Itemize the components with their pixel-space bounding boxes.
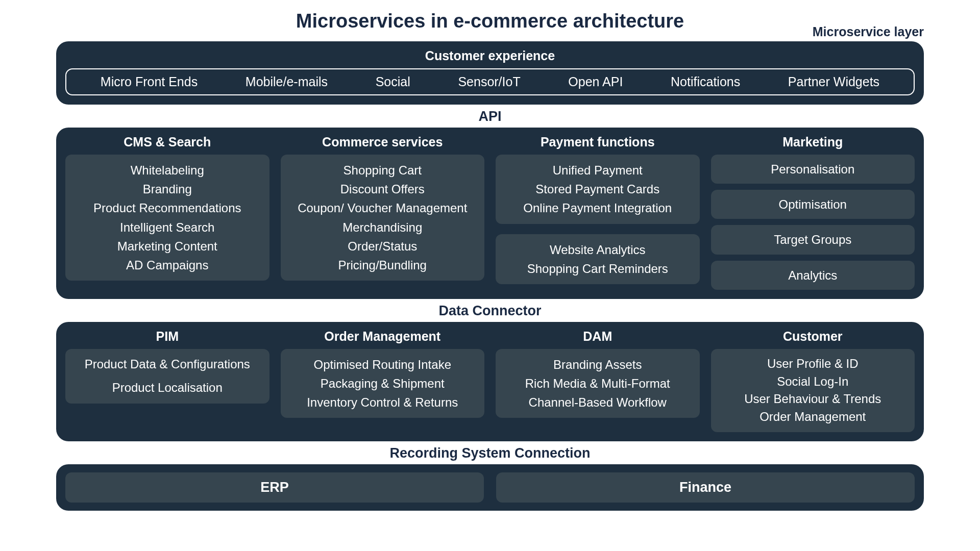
list-item: Online Payment Integration bbox=[500, 198, 696, 217]
list-item: Coupon/ Voucher Management bbox=[285, 198, 481, 217]
marketing-title: Marketing bbox=[711, 135, 915, 149]
list-item: Product Localisation bbox=[69, 380, 265, 396]
commerce-services-column: Commerce services Shopping Cart Discount… bbox=[281, 135, 485, 290]
data-connector-columns: PIM Product Data & Configurations Produc… bbox=[65, 329, 915, 432]
list-item: Packaging & Shipment bbox=[285, 374, 481, 393]
list-item: Unified Payment bbox=[500, 161, 696, 180]
cx-item: Social bbox=[376, 74, 410, 89]
marketing-item: Target Groups bbox=[711, 225, 915, 254]
list-item: Product Data & Configurations bbox=[69, 356, 265, 372]
customer-column: Customer User Profile & ID Social Log-In… bbox=[711, 329, 915, 432]
order-management-card: Optimised Routing Intake Packaging & Shi… bbox=[281, 349, 485, 418]
customer-experience-heading: Customer experience bbox=[65, 48, 915, 63]
list-item: Optimised Routing Intake bbox=[285, 355, 481, 374]
pim-card: Product Data & Configurations Product Lo… bbox=[65, 349, 270, 404]
list-item: Branding Assets bbox=[500, 355, 696, 374]
finance-card: Finance bbox=[496, 472, 915, 503]
customer-card: User Profile & ID Social Log-In User Beh… bbox=[711, 349, 915, 432]
diagram-title: Microservices in e-commerce architecture bbox=[296, 10, 684, 32]
list-item: AD Campaigns bbox=[69, 256, 265, 274]
list-item: Order Management bbox=[715, 408, 911, 426]
order-management-column: Order Management Optimised Routing Intak… bbox=[281, 329, 485, 432]
dam-title: DAM bbox=[496, 329, 700, 344]
cms-search-title: CMS & Search bbox=[65, 135, 270, 149]
layer-label: Microservice layer bbox=[813, 24, 924, 39]
list-item: Whitelabeling bbox=[69, 161, 265, 180]
cx-item: Open API bbox=[568, 74, 623, 89]
recording-system-panel: ERP Finance bbox=[56, 464, 924, 511]
api-heading: API bbox=[56, 109, 924, 124]
list-item: Branding bbox=[69, 180, 265, 198]
customer-title: Customer bbox=[711, 329, 915, 344]
list-item: Pricing/Bundling bbox=[285, 256, 481, 274]
cx-item: Sensor/IoT bbox=[458, 74, 520, 89]
list-item: Channel-Based Workflow bbox=[500, 393, 696, 412]
cms-search-card: Whitelabeling Branding Product Recommend… bbox=[65, 155, 270, 281]
commerce-services-card: Shopping Cart Discount Offers Coupon/ Vo… bbox=[281, 155, 485, 281]
list-item: Intelligent Search bbox=[69, 218, 265, 237]
marketing-item: Analytics bbox=[711, 261, 915, 290]
header-row: Microservices in e-commerce architecture… bbox=[56, 10, 924, 32]
customer-experience-panel: Customer experience Micro Front Ends Mob… bbox=[56, 41, 924, 105]
list-item: User Profile & ID bbox=[715, 355, 911, 373]
marketing-item: Personalisation bbox=[711, 155, 915, 184]
list-item: Product Recommendations bbox=[69, 198, 265, 217]
payment-functions-title: Payment functions bbox=[496, 135, 700, 149]
data-connector-heading: Data Connector bbox=[56, 303, 924, 319]
cx-item: Micro Front Ends bbox=[101, 74, 198, 89]
api-panel: CMS & Search Whitelabeling Branding Prod… bbox=[56, 128, 924, 299]
cms-search-column: CMS & Search Whitelabeling Branding Prod… bbox=[65, 135, 270, 290]
marketing-item: Optimisation bbox=[711, 190, 915, 219]
list-item: Merchandising bbox=[285, 218, 481, 237]
cx-item: Partner Widgets bbox=[788, 74, 879, 89]
marketing-column: Marketing Personalisation Optimisation T… bbox=[711, 135, 915, 290]
cx-item: Notifications bbox=[671, 74, 740, 89]
list-item: Shopping Cart bbox=[285, 161, 481, 180]
dam-card: Branding Assets Rich Media & Multi-Forma… bbox=[496, 349, 700, 418]
api-columns: CMS & Search Whitelabeling Branding Prod… bbox=[65, 135, 915, 290]
pim-column: PIM Product Data & Configurations Produc… bbox=[65, 329, 270, 432]
payment-card-2: Website Analytics Shopping Cart Reminder… bbox=[496, 234, 700, 284]
customer-experience-row: Micro Front Ends Mobile/e-mails Social S… bbox=[65, 68, 915, 95]
list-item: Inventory Control & Returns bbox=[285, 393, 481, 412]
list-item: User Behaviour & Trends bbox=[715, 390, 911, 408]
cx-item: Mobile/e-mails bbox=[246, 74, 328, 89]
list-item: Stored Payment Cards bbox=[500, 180, 696, 198]
list-item: Rich Media & Multi-Format bbox=[500, 374, 696, 393]
recording-system-row: ERP Finance bbox=[65, 472, 915, 503]
list-item: Discount Offers bbox=[285, 180, 481, 198]
payment-functions-column: Payment functions Unified Payment Stored… bbox=[496, 135, 700, 290]
list-item: Marketing Content bbox=[69, 237, 265, 256]
pim-title: PIM bbox=[65, 329, 270, 344]
commerce-services-title: Commerce services bbox=[281, 135, 485, 149]
list-item: Order/Status bbox=[285, 237, 481, 256]
order-management-title: Order Management bbox=[281, 329, 485, 344]
list-item: Shopping Cart Reminders bbox=[500, 259, 696, 278]
recording-system-heading: Recording System Connection bbox=[56, 445, 924, 461]
payment-card-1: Unified Payment Stored Payment Cards Onl… bbox=[496, 155, 700, 224]
list-item: Website Analytics bbox=[500, 240, 696, 259]
data-connector-panel: PIM Product Data & Configurations Produc… bbox=[56, 322, 924, 441]
erp-card: ERP bbox=[65, 472, 484, 503]
list-item: Social Log-In bbox=[715, 373, 911, 391]
dam-column: DAM Branding Assets Rich Media & Multi-F… bbox=[496, 329, 700, 432]
